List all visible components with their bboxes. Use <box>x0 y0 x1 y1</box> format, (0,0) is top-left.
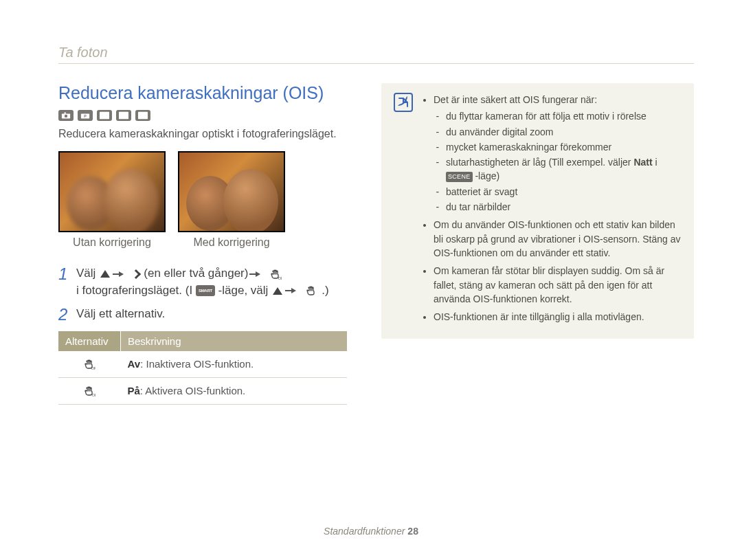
page-heading: Reducera kameraskakningar (OIS) <box>58 83 354 103</box>
note-box: Det är inte säkert att OIS fungerar när:… <box>381 83 694 339</box>
svg-text:HD: HD <box>141 114 145 117</box>
step-2-number: 2 <box>58 306 76 324</box>
svg-text:P: P <box>84 114 87 118</box>
mode-icons-row: P SCENE HD <box>58 110 354 121</box>
up-icon <box>273 287 282 295</box>
step-1-text: Välj (en eller två gånger) OIS i fotogra… <box>76 265 329 299</box>
options-table-header-beskrivning: Beskrivning <box>121 331 348 351</box>
table-row: OFF Av: Inaktivera OIS-funktion. <box>58 351 347 378</box>
svg-rect-8 <box>119 112 128 114</box>
svg-point-1 <box>65 115 67 117</box>
svg-text:OIS: OIS <box>92 393 95 397</box>
list-item: Det är inte säkert att OIS fungerar när:… <box>434 93 682 214</box>
note-list: Det är inte säkert att OIS fungerar när:… <box>423 93 682 328</box>
photo-uncorrected <box>58 151 166 232</box>
list-item: Om kameran får stötar blir displayen sud… <box>434 264 682 306</box>
svg-text:OIS: OIS <box>278 276 282 280</box>
note-icon <box>394 93 413 112</box>
camera-p-icon: P <box>78 110 93 121</box>
arrow-icon <box>119 271 124 277</box>
step-1-number: 1 <box>58 265 76 299</box>
table-row: OIS På: Aktivera OIS-funktion. <box>58 377 347 404</box>
section-title: Ta foton <box>58 45 694 64</box>
intro-text: Reducera kameraskakningar optiskt i foto… <box>58 128 354 140</box>
photo-corrected <box>178 151 285 232</box>
smart-mode-icon <box>196 285 215 296</box>
camera-icon <box>58 110 74 121</box>
comparison-photos: Utan korrigering Med korrigering <box>58 151 354 249</box>
caption-corrected: Med korrigering <box>178 236 285 249</box>
page-footer: Standardfunktioner28 <box>0 526 742 537</box>
list-item: slutarhastigheten är låg (Till exempel. … <box>445 155 682 183</box>
up-icon <box>100 270 110 278</box>
ois-on-icon: OIS <box>83 386 95 397</box>
svg-text:OFF: OFF <box>91 366 95 370</box>
ois-off-icon: OFF <box>83 359 95 370</box>
chevron-right-icon <box>133 269 139 279</box>
caption-uncorrected: Utan korrigering <box>58 236 166 249</box>
list-item: du flyttar kameran för att följa ett mot… <box>445 109 682 123</box>
list-item: du använder digital zoom <box>445 125 682 139</box>
svg-text:SCENE: SCENE <box>100 115 109 117</box>
scene-icon: SCENE <box>97 110 112 121</box>
svg-rect-2 <box>64 113 66 114</box>
list-item: OIS-funktionen är inte tillgänglig i all… <box>434 310 682 324</box>
ois-icon: OIS <box>269 269 282 280</box>
step-2-text: Välj ett alternativ. <box>76 306 165 324</box>
hd-movie-icon: HD <box>135 110 150 121</box>
list-item: du tar närbilder <box>445 200 682 214</box>
list-item: mycket kameraskakningar förekommer <box>445 140 682 154</box>
steps-list: 1 Välj (en eller två gånger) OIS i fotog… <box>58 265 354 324</box>
scene-mode-chip: SCENE <box>446 172 473 182</box>
options-table: Alternativ Beskrivning OFF Av: Inaktiver… <box>58 331 347 405</box>
list-item: batteriet är svagt <box>445 185 682 199</box>
arrow-icon <box>256 271 260 277</box>
movie-icon <box>116 110 131 121</box>
list-item: Om du använder OIS-funktionen och ett st… <box>434 218 682 260</box>
options-table-header-alternativ: Alternativ <box>58 331 121 351</box>
arrow-icon <box>291 288 296 293</box>
ois-icon <box>305 285 317 296</box>
